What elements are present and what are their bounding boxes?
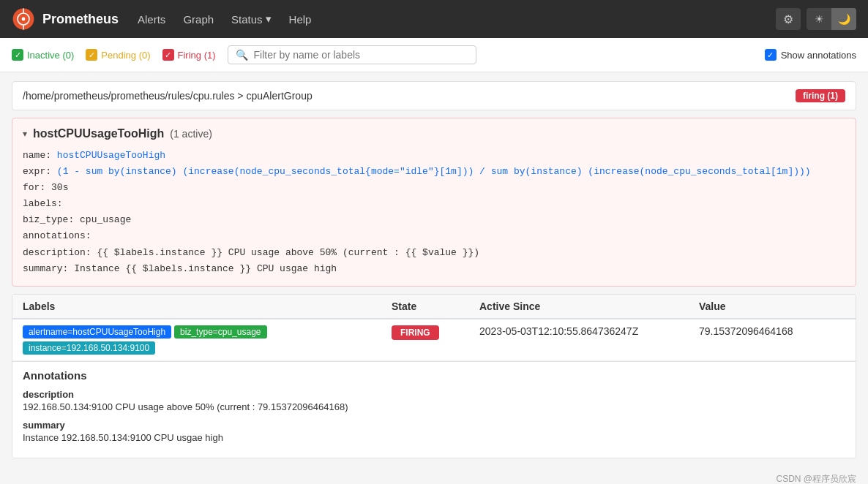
prometheus-logo [12,7,35,31]
nav-controls: ⚙ ☀ 🌙 [776,8,856,30]
labels-label-text: labels: [23,198,63,209]
brand: Prometheus [12,7,119,31]
description-key: description [23,389,845,400]
brand-title: Prometheus [42,12,119,27]
inactive-filter[interactable]: ✓ Inactive (0) [12,49,74,61]
nav-links: Alerts Graph Status ▾ Help [136,10,313,29]
inactive-checkbox[interactable]: ✓ [12,49,23,61]
navbar: Prometheus Alerts Graph Status ▾ Help ⚙ … [0,0,868,38]
state-badge: FIRING [392,325,439,340]
alert-rule-header[interactable]: ▾ hostCPUUsageTooHigh (1 active) [23,127,845,140]
label-tags: alertname=hostCPUUsageTooHigh biz_type=c… [23,325,392,355]
annotations-line: annotations: [23,228,845,244]
svg-point-2 [22,18,26,21]
for-line: for: 30s [23,180,845,196]
expr-line: expr: (1 - sum by(instance) (increase(no… [23,164,845,180]
active-since-cell: 2023-05-03T12:10:55.864736247Z [479,325,699,337]
label-tag-alertname: alertname=hostCPUUsageTooHigh [23,325,171,339]
summary-line: summary: Instance {{ $labels.instance }}… [23,261,845,277]
alert-table: Labels State Active Since Value alertnam… [12,294,856,458]
summary-key: summary [23,420,845,431]
col-labels: Labels [23,300,392,312]
watermark: CSDN @程序员欣宸 [0,467,868,484]
pending-filter[interactable]: ✓ Pending (0) [86,49,150,61]
table-header: Labels State Active Since Value [12,295,856,319]
description-line: description: {{ $labels.instance }} CPU … [23,245,845,261]
table-row: alertname=hostCPUUsageTooHigh biz_type=c… [12,319,856,361]
show-annotations-toggle[interactable]: ✓ Show annotations [765,49,856,61]
show-annotations-label: Show annotations [781,50,856,61]
rule-group-path: /home/prometheus/prometheus/rules/cpu.ru… [23,90,313,102]
name-label: name: [23,150,51,161]
labels-line: labels: [23,196,845,212]
expr-label: expr: [23,166,51,177]
annotations-section: Annotations description 192.168.50.134:9… [12,361,856,458]
nav-help[interactable]: Help [288,10,313,29]
nav-graph[interactable]: Graph [182,10,215,29]
nav-status[interactable]: Status ▾ [230,10,273,29]
annotation-description: description 192.168.50.134:9100 CPU usag… [23,389,845,412]
settings-button[interactable]: ⚙ [776,8,801,30]
chevron-icon: ▾ [23,129,27,139]
firing-checkbox[interactable]: ✓ [162,49,174,61]
for-label: for: [23,182,45,193]
col-active-since: Active Since [479,300,699,312]
biz-type-value: cpu_usage [80,214,131,225]
firing-label: Firing (1) [178,50,216,61]
description-value: {{ $labels.instance }} CPU usage above 5… [97,247,479,258]
pending-checkbox[interactable]: ✓ [86,49,97,61]
description-value-text: 192.168.50.134:9100 CPU usage above 50% … [23,401,845,412]
annotation-summary: summary Instance 192.168.50.134:9100 CPU… [23,420,845,443]
col-value: Value [699,300,845,312]
chevron-down-icon: ▾ [266,12,272,26]
state-cell: FIRING [392,325,479,340]
light-theme-button[interactable]: ☀ [807,8,831,30]
expr-value: (1 - sum by(instance) (increase(node_cpu… [57,166,811,177]
label-tag-biztype: biz_type=cpu_usage [174,325,266,339]
search-icon: 🔍 [236,49,248,61]
alert-rule-block: ▾ hostCPUUsageTooHigh (1 active) name: h… [12,118,856,287]
name-value[interactable]: hostCPUUsageTooHigh [57,150,165,161]
annotations-label: annotations: [23,230,91,241]
biz-type-line: biz_type: cpu_usage [23,212,845,228]
description-label: description: [23,247,91,258]
value-cell: 79.15372096464168 [699,325,845,337]
alert-rule-name: hostCPUUsageTooHigh [33,127,164,140]
pending-label: Pending (0) [101,50,150,61]
dark-theme-button[interactable]: 🌙 [831,8,856,30]
col-state: State [392,300,479,312]
summary-value: Instance {{ $labels.instance }} CPU usga… [74,263,337,274]
annotations-title: Annotations [23,369,845,382]
rule-detail: name: hostCPUUsageTooHigh expr: (1 - sum… [23,148,845,277]
firing-badge: firing (1) [796,89,845,102]
active-count: (1 active) [170,128,212,140]
biz-type-label: biz_type: [23,214,74,225]
main-content: /home/prometheus/prometheus/rules/cpu.ru… [0,72,868,467]
summary-value-text: Instance 192.168.50.134:9100 CPU usgae h… [23,432,845,443]
search-input[interactable] [254,49,468,61]
rule-group-header: /home/prometheus/prometheus/rules/cpu.ru… [12,81,856,110]
inactive-label: Inactive (0) [27,50,74,61]
name-line: name: hostCPUUsageTooHigh [23,148,845,164]
search-box: 🔍 [228,45,476,64]
filter-bar: ✓ Inactive (0) ✓ Pending (0) ✓ Firing (1… [0,38,868,72]
nav-alerts[interactable]: Alerts [136,10,167,29]
label-tag-instance: instance=192.168.50.134:9100 [23,341,155,355]
theme-toggle: ☀ 🌙 [807,8,856,30]
summary-label: summary: [23,263,68,274]
show-annotations-checkbox[interactable]: ✓ [765,49,777,61]
firing-filter[interactable]: ✓ Firing (1) [162,49,216,61]
